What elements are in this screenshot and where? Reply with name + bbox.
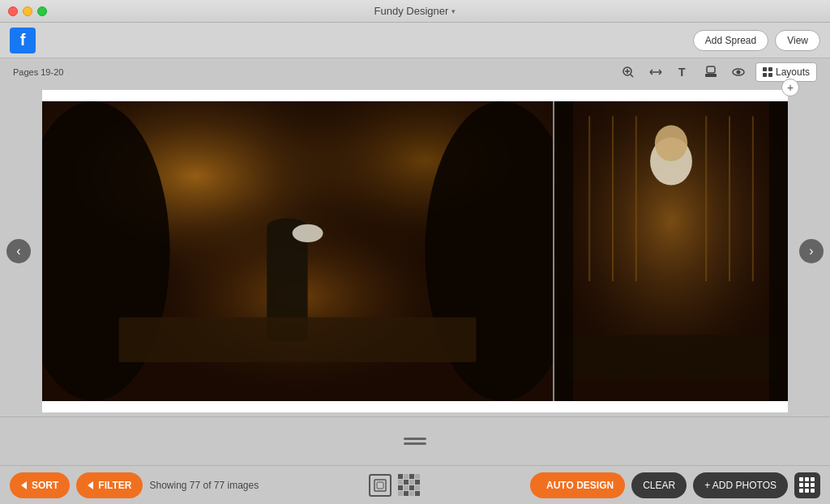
filter-button[interactable]: FILTER: [76, 472, 143, 498]
svg-line-1: [631, 75, 633, 77]
svg-point-26: [293, 224, 323, 242]
view-button[interactable]: View: [775, 30, 820, 51]
titlebar: Fundy Designer ▾: [0, 0, 830, 23]
svg-point-13: [736, 70, 740, 75]
add-spread-button[interactable]: Add Spread: [693, 30, 768, 51]
minimize-button[interactable]: [23, 6, 32, 16]
stamp-tool[interactable]: [700, 62, 721, 83]
svg-point-37: [655, 126, 687, 161]
left-actions: SORT FILTER Showing 77 of 77 images: [10, 472, 259, 498]
spread-right-page[interactable]: [553, 101, 788, 401]
svg-rect-16: [763, 73, 767, 77]
filmstrip-handle[interactable]: [404, 438, 426, 445]
auto-design-button[interactable]: AUTO DESIGN: [530, 472, 625, 498]
svg-rect-17: [768, 73, 772, 77]
close-button[interactable]: [8, 6, 18, 16]
app-title: Fundy Designer: [374, 5, 449, 17]
right-actions: AUTO DESIGN CLEAR + ADD PHOTOS: [530, 472, 820, 498]
spread-top-strip: [42, 90, 788, 101]
svg-rect-41: [374, 480, 386, 491]
spread-bottom-strip: [42, 401, 788, 412]
showing-count: Showing 77 of 77 images: [149, 480, 259, 491]
main-content: f Add Spread View Pages 19-20: [0, 23, 830, 504]
add-page-button[interactable]: +: [781, 79, 799, 96]
svg-text:T: T: [678, 66, 686, 79]
sort-arrow-icon: [21, 481, 27, 489]
grid-dots-icon: [799, 477, 815, 493]
handle-line-2: [404, 442, 426, 445]
svg-rect-10: [707, 66, 715, 73]
sort-button[interactable]: SORT: [10, 472, 70, 498]
toolbar-row: Pages 19-20: [0, 58, 830, 86]
checker-view-icon[interactable]: [398, 474, 421, 497]
resize-tool[interactable]: [645, 62, 666, 83]
svg-rect-14: [763, 67, 767, 71]
topbar: f Add Spread View: [0, 23, 830, 58]
svg-rect-27: [119, 317, 477, 362]
svg-rect-15: [768, 67, 772, 71]
add-photos-button[interactable]: + ADD PHOTOS: [693, 472, 788, 498]
frame-view-icon[interactable]: [369, 474, 391, 497]
next-spread-button[interactable]: ›: [799, 239, 824, 263]
svg-rect-11: [705, 74, 717, 77]
svg-rect-42: [377, 482, 383, 489]
svg-rect-40: [769, 101, 788, 401]
maximize-button[interactable]: [37, 6, 47, 16]
filter-label: FILTER: [98, 480, 131, 491]
right-photo: [554, 101, 788, 401]
filter-arrow-icon: [88, 481, 93, 489]
spread-wrapper: +: [42, 90, 788, 412]
pages-label: Pages 19-20: [13, 67, 63, 77]
action-bar: SORT FILTER Showing 77 of 77 images: [0, 465, 830, 504]
left-photo: [42, 101, 553, 401]
center-actions: [369, 474, 421, 497]
filmstrip-panel[interactable]: [0, 416, 830, 465]
handle-line-1: [404, 438, 426, 440]
spread-left-page[interactable]: [42, 101, 553, 401]
sort-label: SORT: [32, 480, 58, 491]
spread-container: ‹ +: [0, 86, 830, 416]
svg-rect-39: [554, 101, 573, 401]
grid-view-button[interactable]: [794, 472, 820, 498]
prev-spread-button[interactable]: ‹: [6, 239, 31, 263]
auto-design-label: AUTO DESIGN: [546, 480, 614, 491]
title-arrow: ▾: [451, 7, 456, 15]
svg-rect-38: [566, 335, 776, 381]
eye-tool[interactable]: [728, 62, 749, 83]
clear-button[interactable]: CLEAR: [631, 472, 687, 498]
checker-grid: [398, 474, 420, 496]
text-tool[interactable]: T: [673, 62, 694, 83]
traffic-lights: [8, 6, 47, 16]
zoom-tool[interactable]: [618, 62, 639, 83]
facebook-icon[interactable]: f: [10, 28, 36, 53]
canvas-area: Pages 19-20: [0, 58, 830, 465]
spread-images: [42, 101, 788, 401]
layouts-label: Layouts: [776, 66, 810, 78]
